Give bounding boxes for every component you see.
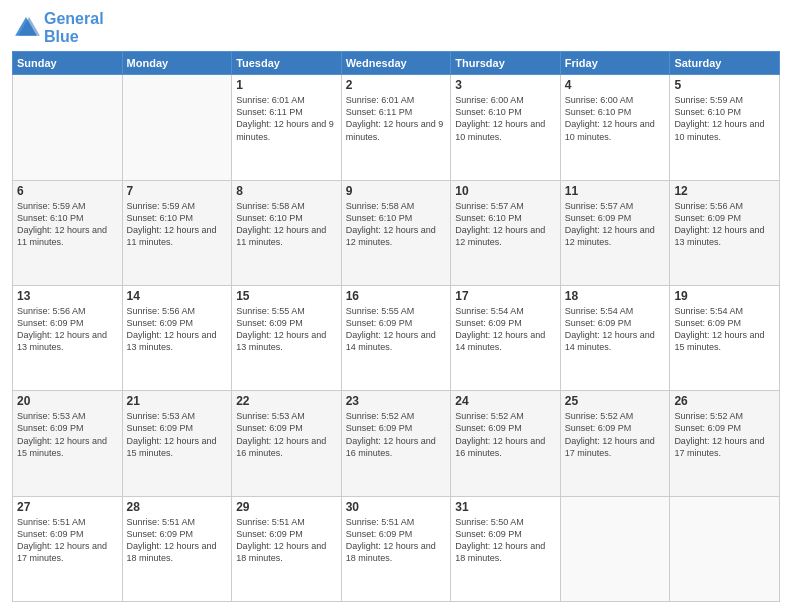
calendar-cell: 8Sunrise: 5:58 AM Sunset: 6:10 PM Daylig… bbox=[232, 180, 342, 285]
day-number: 1 bbox=[236, 78, 337, 92]
day-number: 20 bbox=[17, 394, 118, 408]
calendar-cell: 4Sunrise: 6:00 AM Sunset: 6:10 PM Daylig… bbox=[560, 75, 670, 180]
day-info: Sunrise: 5:53 AM Sunset: 6:09 PM Dayligh… bbox=[127, 410, 228, 459]
day-number: 4 bbox=[565, 78, 666, 92]
day-info: Sunrise: 5:53 AM Sunset: 6:09 PM Dayligh… bbox=[236, 410, 337, 459]
day-info: Sunrise: 5:51 AM Sunset: 6:09 PM Dayligh… bbox=[17, 516, 118, 565]
calendar-week-3: 13Sunrise: 5:56 AM Sunset: 6:09 PM Dayli… bbox=[13, 285, 780, 390]
logo: General Blue bbox=[12, 10, 104, 45]
day-info: Sunrise: 6:00 AM Sunset: 6:10 PM Dayligh… bbox=[565, 94, 666, 143]
calendar-cell bbox=[13, 75, 123, 180]
day-number: 6 bbox=[17, 184, 118, 198]
day-info: Sunrise: 5:54 AM Sunset: 6:09 PM Dayligh… bbox=[674, 305, 775, 354]
calendar-cell: 20Sunrise: 5:53 AM Sunset: 6:09 PM Dayli… bbox=[13, 391, 123, 496]
day-info: Sunrise: 5:57 AM Sunset: 6:09 PM Dayligh… bbox=[565, 200, 666, 249]
day-number: 30 bbox=[346, 500, 447, 514]
day-number: 25 bbox=[565, 394, 666, 408]
day-info: Sunrise: 5:57 AM Sunset: 6:10 PM Dayligh… bbox=[455, 200, 556, 249]
calendar-cell: 14Sunrise: 5:56 AM Sunset: 6:09 PM Dayli… bbox=[122, 285, 232, 390]
day-info: Sunrise: 5:55 AM Sunset: 6:09 PM Dayligh… bbox=[236, 305, 337, 354]
calendar-header-monday: Monday bbox=[122, 52, 232, 75]
day-info: Sunrise: 5:59 AM Sunset: 6:10 PM Dayligh… bbox=[674, 94, 775, 143]
calendar-cell bbox=[122, 75, 232, 180]
calendar-cell: 29Sunrise: 5:51 AM Sunset: 6:09 PM Dayli… bbox=[232, 496, 342, 601]
day-info: Sunrise: 5:53 AM Sunset: 6:09 PM Dayligh… bbox=[17, 410, 118, 459]
header: General Blue bbox=[12, 10, 780, 45]
calendar-header-wednesday: Wednesday bbox=[341, 52, 451, 75]
calendar-cell: 2Sunrise: 6:01 AM Sunset: 6:11 PM Daylig… bbox=[341, 75, 451, 180]
calendar-week-4: 20Sunrise: 5:53 AM Sunset: 6:09 PM Dayli… bbox=[13, 391, 780, 496]
day-info: Sunrise: 5:56 AM Sunset: 6:09 PM Dayligh… bbox=[674, 200, 775, 249]
calendar-cell: 9Sunrise: 5:58 AM Sunset: 6:10 PM Daylig… bbox=[341, 180, 451, 285]
calendar-week-2: 6Sunrise: 5:59 AM Sunset: 6:10 PM Daylig… bbox=[13, 180, 780, 285]
calendar-cell: 6Sunrise: 5:59 AM Sunset: 6:10 PM Daylig… bbox=[13, 180, 123, 285]
day-number: 21 bbox=[127, 394, 228, 408]
calendar-cell: 12Sunrise: 5:56 AM Sunset: 6:09 PM Dayli… bbox=[670, 180, 780, 285]
day-number: 10 bbox=[455, 184, 556, 198]
calendar-cell bbox=[560, 496, 670, 601]
day-number: 5 bbox=[674, 78, 775, 92]
day-number: 26 bbox=[674, 394, 775, 408]
calendar-cell: 21Sunrise: 5:53 AM Sunset: 6:09 PM Dayli… bbox=[122, 391, 232, 496]
calendar-header-sunday: Sunday bbox=[13, 52, 123, 75]
day-info: Sunrise: 5:52 AM Sunset: 6:09 PM Dayligh… bbox=[455, 410, 556, 459]
day-number: 28 bbox=[127, 500, 228, 514]
calendar-header-tuesday: Tuesday bbox=[232, 52, 342, 75]
calendar-header-thursday: Thursday bbox=[451, 52, 561, 75]
calendar-cell: 28Sunrise: 5:51 AM Sunset: 6:09 PM Dayli… bbox=[122, 496, 232, 601]
calendar-cell: 18Sunrise: 5:54 AM Sunset: 6:09 PM Dayli… bbox=[560, 285, 670, 390]
day-number: 8 bbox=[236, 184, 337, 198]
calendar-header-saturday: Saturday bbox=[670, 52, 780, 75]
calendar-cell: 22Sunrise: 5:53 AM Sunset: 6:09 PM Dayli… bbox=[232, 391, 342, 496]
calendar-cell: 26Sunrise: 5:52 AM Sunset: 6:09 PM Dayli… bbox=[670, 391, 780, 496]
day-info: Sunrise: 5:51 AM Sunset: 6:09 PM Dayligh… bbox=[127, 516, 228, 565]
day-number: 2 bbox=[346, 78, 447, 92]
day-info: Sunrise: 6:01 AM Sunset: 6:11 PM Dayligh… bbox=[346, 94, 447, 143]
calendar-cell: 3Sunrise: 6:00 AM Sunset: 6:10 PM Daylig… bbox=[451, 75, 561, 180]
day-info: Sunrise: 5:52 AM Sunset: 6:09 PM Dayligh… bbox=[565, 410, 666, 459]
day-info: Sunrise: 5:50 AM Sunset: 6:09 PM Dayligh… bbox=[455, 516, 556, 565]
calendar-cell: 7Sunrise: 5:59 AM Sunset: 6:10 PM Daylig… bbox=[122, 180, 232, 285]
day-info: Sunrise: 5:52 AM Sunset: 6:09 PM Dayligh… bbox=[346, 410, 447, 459]
day-info: Sunrise: 5:59 AM Sunset: 6:10 PM Dayligh… bbox=[127, 200, 228, 249]
day-number: 7 bbox=[127, 184, 228, 198]
day-number: 11 bbox=[565, 184, 666, 198]
day-number: 23 bbox=[346, 394, 447, 408]
day-info: Sunrise: 5:51 AM Sunset: 6:09 PM Dayligh… bbox=[236, 516, 337, 565]
day-info: Sunrise: 5:59 AM Sunset: 6:10 PM Dayligh… bbox=[17, 200, 118, 249]
calendar-cell: 15Sunrise: 5:55 AM Sunset: 6:09 PM Dayli… bbox=[232, 285, 342, 390]
calendar-week-1: 1Sunrise: 6:01 AM Sunset: 6:11 PM Daylig… bbox=[13, 75, 780, 180]
calendar-header-row: SundayMondayTuesdayWednesdayThursdayFrid… bbox=[13, 52, 780, 75]
day-info: Sunrise: 5:52 AM Sunset: 6:09 PM Dayligh… bbox=[674, 410, 775, 459]
calendar-cell bbox=[670, 496, 780, 601]
day-number: 19 bbox=[674, 289, 775, 303]
calendar-header-friday: Friday bbox=[560, 52, 670, 75]
calendar-cell: 17Sunrise: 5:54 AM Sunset: 6:09 PM Dayli… bbox=[451, 285, 561, 390]
calendar-cell: 19Sunrise: 5:54 AM Sunset: 6:09 PM Dayli… bbox=[670, 285, 780, 390]
day-info: Sunrise: 5:58 AM Sunset: 6:10 PM Dayligh… bbox=[236, 200, 337, 249]
day-number: 16 bbox=[346, 289, 447, 303]
day-number: 9 bbox=[346, 184, 447, 198]
day-info: Sunrise: 5:55 AM Sunset: 6:09 PM Dayligh… bbox=[346, 305, 447, 354]
page: General Blue SundayMondayTuesdayWednesda… bbox=[0, 0, 792, 612]
day-number: 31 bbox=[455, 500, 556, 514]
day-number: 29 bbox=[236, 500, 337, 514]
day-number: 3 bbox=[455, 78, 556, 92]
calendar-cell: 16Sunrise: 5:55 AM Sunset: 6:09 PM Dayli… bbox=[341, 285, 451, 390]
day-number: 18 bbox=[565, 289, 666, 303]
calendar-cell: 23Sunrise: 5:52 AM Sunset: 6:09 PM Dayli… bbox=[341, 391, 451, 496]
calendar-cell: 25Sunrise: 5:52 AM Sunset: 6:09 PM Dayli… bbox=[560, 391, 670, 496]
day-number: 27 bbox=[17, 500, 118, 514]
calendar-week-5: 27Sunrise: 5:51 AM Sunset: 6:09 PM Dayli… bbox=[13, 496, 780, 601]
day-info: Sunrise: 6:00 AM Sunset: 6:10 PM Dayligh… bbox=[455, 94, 556, 143]
day-number: 14 bbox=[127, 289, 228, 303]
calendar-cell: 24Sunrise: 5:52 AM Sunset: 6:09 PM Dayli… bbox=[451, 391, 561, 496]
day-info: Sunrise: 6:01 AM Sunset: 6:11 PM Dayligh… bbox=[236, 94, 337, 143]
day-number: 15 bbox=[236, 289, 337, 303]
day-info: Sunrise: 5:56 AM Sunset: 6:09 PM Dayligh… bbox=[17, 305, 118, 354]
calendar-cell: 1Sunrise: 6:01 AM Sunset: 6:11 PM Daylig… bbox=[232, 75, 342, 180]
day-info: Sunrise: 5:54 AM Sunset: 6:09 PM Dayligh… bbox=[455, 305, 556, 354]
calendar-cell: 13Sunrise: 5:56 AM Sunset: 6:09 PM Dayli… bbox=[13, 285, 123, 390]
calendar-cell: 10Sunrise: 5:57 AM Sunset: 6:10 PM Dayli… bbox=[451, 180, 561, 285]
calendar-table: SundayMondayTuesdayWednesdayThursdayFrid… bbox=[12, 51, 780, 602]
